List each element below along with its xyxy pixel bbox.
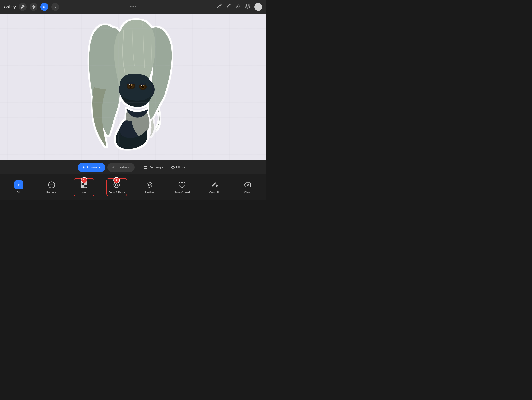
remove-label: Remove	[46, 191, 56, 194]
feather-icon	[145, 180, 154, 189]
freehand-selection-btn[interactable]: Freehand	[107, 163, 135, 172]
svg-point-16	[141, 85, 142, 86]
brush-icon[interactable]	[217, 3, 222, 10]
bottom-panel: ✦ Automatic Freehand Rectangle Ellipse +	[0, 160, 266, 200]
svg-point-15	[129, 84, 130, 85]
remove-button[interactable]: Remove	[42, 179, 61, 196]
svg-marker-2	[245, 4, 250, 6]
ellipse-icon	[171, 166, 175, 169]
add-label: Add	[16, 191, 21, 194]
rectangle-selection-btn[interactable]: Rectangle	[141, 163, 166, 172]
freehand-icon	[112, 165, 115, 169]
top-toolbar: Gallery S	[0, 0, 266, 14]
color-fill-icon	[210, 180, 219, 189]
avatar[interactable]	[254, 3, 262, 11]
save-load-button[interactable]: Save & Load	[172, 179, 192, 196]
svg-point-20	[115, 184, 118, 186]
adjust-button[interactable]	[30, 3, 37, 11]
svg-point-7	[131, 84, 132, 86]
svg-point-3	[119, 76, 155, 102]
transform-button[interactable]	[51, 3, 59, 11]
automatic-selection-btn[interactable]: ✦ Automatic	[78, 163, 105, 172]
copy-paste-button[interactable]: 2 Copy & Paste	[107, 179, 127, 196]
action-bar: + Add Remove 1 Inv	[0, 174, 266, 200]
feather-label: Feather	[145, 191, 154, 194]
clear-button[interactable]: Clear	[238, 179, 257, 196]
gallery-button[interactable]: Gallery	[4, 5, 16, 9]
step-1-badge: 1	[81, 177, 87, 183]
color-fill-label: Color Fill	[209, 191, 220, 194]
add-button[interactable]: + Add	[9, 179, 29, 196]
step-2-badge: 2	[113, 177, 120, 183]
svg-point-5	[128, 83, 134, 88]
toolbar-right	[217, 3, 262, 11]
pen-icon[interactable]	[226, 3, 232, 10]
selection-button[interactable]: S	[40, 3, 48, 11]
character-illustration	[81, 16, 185, 159]
clear-icon	[243, 180, 252, 189]
svg-point-10	[139, 83, 147, 90]
svg-point-6	[129, 84, 132, 88]
svg-point-8	[129, 86, 130, 87]
save-load-label: Save & Load	[174, 191, 190, 194]
svg-point-13	[143, 85, 144, 86]
add-icon: +	[14, 180, 23, 189]
svg-point-22	[147, 182, 152, 187]
toolbar-center	[130, 6, 136, 7]
svg-point-12	[141, 85, 144, 88]
svg-marker-0	[32, 5, 35, 8]
svg-point-4	[126, 82, 135, 89]
color-fill-button[interactable]: Color Fill	[205, 179, 224, 196]
rectangle-icon	[144, 166, 147, 169]
svg-point-23	[148, 184, 150, 186]
ellipse-selection-btn[interactable]: Ellipse	[168, 163, 188, 172]
automatic-icon: ✦	[82, 165, 85, 169]
toolbar-left: Gallery S	[4, 3, 59, 11]
save-load-icon	[178, 180, 186, 189]
eraser-icon[interactable]	[236, 3, 241, 10]
canvas-area	[0, 14, 266, 160]
invert-button[interactable]: 1 Invert	[74, 179, 94, 196]
layers-icon[interactable]	[245, 3, 250, 10]
svg-point-11	[140, 84, 145, 89]
remove-icon	[47, 180, 56, 189]
invert-label: Invert	[81, 191, 88, 194]
dot-menu[interactable]	[130, 6, 136, 7]
svg-point-9	[127, 82, 134, 84]
svg-point-14	[139, 83, 146, 85]
feather-button[interactable]: Feather	[140, 179, 159, 196]
selection-bar: ✦ Automatic Freehand Rectangle Ellipse	[0, 160, 266, 174]
copy-paste-label: Copy & Paste	[109, 191, 125, 194]
clear-label: Clear	[244, 191, 251, 194]
wrench-button[interactable]	[19, 3, 27, 11]
